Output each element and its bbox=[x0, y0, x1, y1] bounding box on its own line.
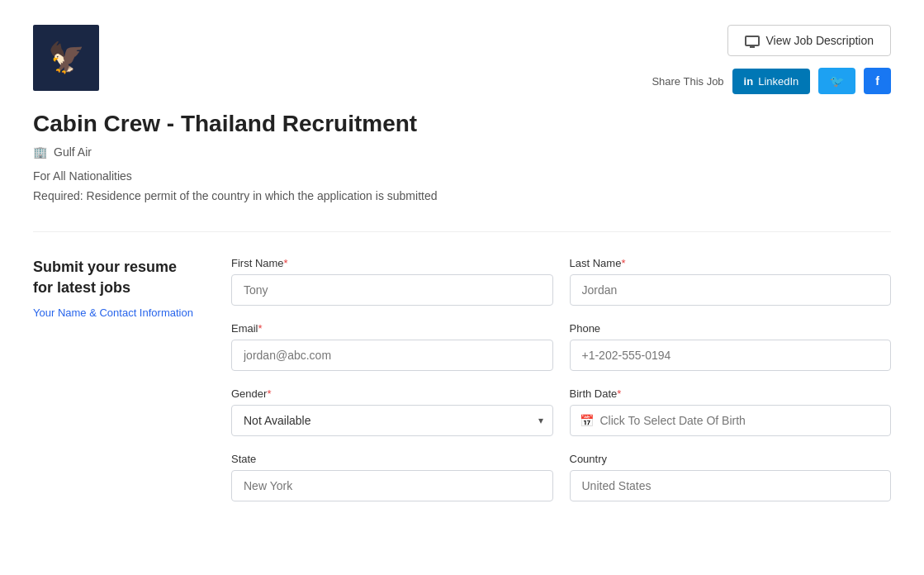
form-sidebar-subtitle: Your Name & Contact Information bbox=[33, 307, 198, 319]
header-right: View Job Description Share This Job in L… bbox=[652, 25, 891, 94]
company-name: Gulf Air bbox=[54, 145, 92, 159]
twitter-icon: 🐦 bbox=[830, 74, 844, 88]
state-input[interactable] bbox=[231, 470, 553, 501]
job-title-section: Cabin Crew - Thailand Recruitment 🏢 Gulf… bbox=[33, 111, 891, 207]
eagle-icon: 🦅 bbox=[48, 40, 85, 75]
header-section: 🦅 View Job Description Share This Job in… bbox=[33, 25, 891, 94]
first-name-group: First Name* bbox=[231, 257, 553, 306]
name-row: First Name* Last Name* bbox=[231, 257, 891, 306]
building-icon: 🏢 bbox=[33, 145, 47, 159]
job-title: Cabin Crew - Thailand Recruitment bbox=[33, 111, 891, 137]
monitor-icon bbox=[745, 36, 760, 46]
birth-date-label: Birth Date* bbox=[570, 387, 892, 400]
facebook-icon: f bbox=[875, 74, 879, 88]
gender-label: Gender* bbox=[231, 387, 553, 400]
form-sidebar: Submit your resume for latest jobs Your … bbox=[33, 257, 198, 518]
gender-select[interactable]: Not Available Male Female bbox=[231, 405, 553, 436]
form-main: First Name* Last Name* Email* bbox=[231, 257, 891, 518]
country-group: Country bbox=[570, 453, 892, 501]
birth-date-input[interactable] bbox=[570, 405, 892, 436]
first-name-label: First Name* bbox=[231, 257, 553, 269]
email-group: Email* bbox=[231, 322, 553, 371]
company-logo: 🦅 bbox=[33, 25, 99, 91]
facebook-button[interactable]: f bbox=[864, 68, 891, 94]
birth-date-wrapper: 📅 bbox=[570, 405, 892, 436]
state-group: State bbox=[231, 453, 553, 501]
contact-row: Email* Phone bbox=[231, 322, 891, 371]
state-label: State bbox=[231, 453, 553, 465]
logo-area: 🦅 bbox=[33, 25, 99, 91]
last-name-input[interactable] bbox=[570, 274, 892, 306]
email-input[interactable] bbox=[231, 340, 553, 371]
phone-input[interactable] bbox=[570, 340, 892, 371]
share-section: Share This Job in LinkedIn 🐦 f bbox=[652, 68, 891, 94]
country-label: Country bbox=[570, 453, 892, 465]
gender-group: Gender* Not Available Male Female ▾ bbox=[231, 387, 553, 436]
last-name-required: * bbox=[621, 257, 625, 269]
gender-birth-row: Gender* Not Available Male Female ▾ Birt… bbox=[231, 387, 891, 436]
first-name-input[interactable] bbox=[231, 274, 553, 306]
company-row: 🏢 Gulf Air bbox=[33, 145, 891, 159]
page-wrapper: 🦅 View Job Description Share This Job in… bbox=[0, 0, 924, 543]
phone-label: Phone bbox=[570, 322, 892, 335]
email-required: * bbox=[258, 322, 263, 335]
email-label: Email* bbox=[231, 322, 553, 335]
job-line1: For All Nationalities bbox=[33, 167, 891, 187]
phone-group: Phone bbox=[570, 322, 892, 371]
location-row: State Country bbox=[231, 453, 891, 501]
share-label: Share This Job bbox=[652, 75, 723, 88]
form-sidebar-title: Submit your resume for latest jobs bbox=[33, 257, 198, 298]
first-name-required: * bbox=[284, 257, 288, 269]
view-job-button[interactable]: View Job Description bbox=[727, 25, 891, 56]
birth-date-group: Birth Date* 📅 bbox=[570, 387, 892, 436]
job-details: For All Nationalities Required: Residenc… bbox=[33, 167, 891, 207]
calendar-icon: 📅 bbox=[580, 414, 594, 427]
gender-select-wrapper: Not Available Male Female ▾ bbox=[231, 405, 553, 436]
twitter-button[interactable]: 🐦 bbox=[818, 68, 855, 94]
section-divider bbox=[33, 231, 891, 232]
birth-date-required: * bbox=[617, 387, 621, 400]
linkedin-button[interactable]: in LinkedIn bbox=[732, 69, 811, 94]
last-name-group: Last Name* bbox=[570, 257, 892, 306]
last-name-label: Last Name* bbox=[570, 257, 892, 269]
job-line2: Required: Residence permit of the countr… bbox=[33, 187, 891, 207]
view-job-label: View Job Description bbox=[766, 34, 874, 47]
linkedin-label: LinkedIn bbox=[758, 75, 798, 88]
form-section: Submit your resume for latest jobs Your … bbox=[33, 257, 891, 518]
gender-required: * bbox=[267, 387, 271, 400]
country-input[interactable] bbox=[570, 470, 892, 501]
linkedin-icon: in bbox=[744, 75, 754, 88]
